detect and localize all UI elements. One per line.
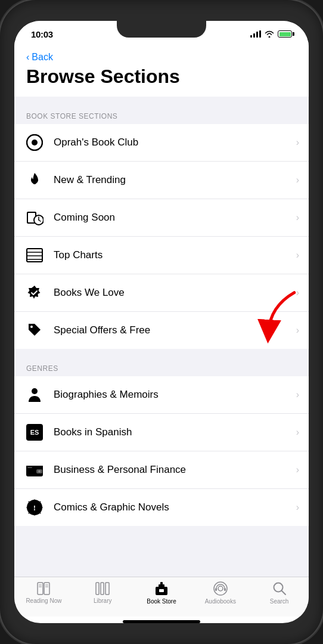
svg-point-34 [218,586,223,591]
page-title: Browse Sections [26,66,297,87]
comics-chevron-icon: › [296,502,299,513]
oprahs-chevron-icon: › [296,137,299,148]
tab-search[interactable]: Search [250,581,309,605]
reading-now-label: Reading Now [26,597,61,604]
new-trending-label: New & Trending [54,174,296,186]
list-item-coming-soon[interactable]: Coming Soon › [14,199,309,237]
genres-section: GENRES Biographies & Memoirs › [14,361,309,526]
tab-audiobooks[interactable]: Audiobooks [191,581,250,605]
svg-point-11 [30,326,33,328]
list-item-top-charts[interactable]: Top Charts › [14,237,309,274]
genres-list: Biographies & Memoirs › ES Books in Span… [14,376,309,526]
books-we-love-chevron-icon: › [296,287,299,298]
book-store-label: Book Store [147,598,176,605]
main-content: ‹ Back Browse Sections BOOK STORE SECTIO… [14,47,309,577]
svg-text:!: ! [33,503,36,512]
wallet-icon [24,459,45,481]
special-offers-label: Special Offers & Free [54,324,296,336]
reading-now-tab-icon [35,581,52,596]
search-label: Search [270,598,289,605]
list-item-comics[interactable]: ! Comics & Graphic Novels › [14,489,309,526]
biographies-label: Biographies & Memoirs [54,389,296,401]
list-item-books-spanish[interactable]: ES Books in Spanish › [14,414,309,451]
svg-rect-28 [105,583,109,595]
coming-soon-icon [24,207,45,228]
new-trending-chevron-icon: › [296,175,299,185]
audiobooks-label: Audiobooks [205,598,236,605]
svg-point-1 [32,140,38,145]
svg-rect-26 [96,583,99,595]
search-tab-icon [272,581,287,596]
svg-rect-36 [224,588,226,591]
audiobooks-tab-icon [213,581,228,596]
status-icons [250,30,292,38]
top-charts-icon [24,244,45,266]
screen: 10:03 [14,21,309,623]
list-item-business-finance[interactable]: Business & Personal Finance › [14,451,309,489]
tab-bar: Reading Now Library [14,577,309,617]
flame-icon [24,169,45,191]
list-item-special-offers[interactable]: Special Offers & Free › [14,312,309,349]
badge-check-icon [24,282,45,304]
svg-point-16 [38,470,41,473]
section-header-bookstore: BOOK STORE SECTIONS [14,109,309,124]
oprah-icon [24,132,45,153]
battery-icon [278,30,292,38]
back-chevron-icon: ‹ [26,52,29,63]
svg-rect-17 [27,467,32,468]
svg-rect-27 [101,583,104,595]
library-label: Library [94,597,112,604]
business-finance-chevron-icon: › [296,465,299,475]
header-section: ‹ Back Browse Sections [14,47,309,97]
special-offers-chevron-icon: › [296,325,299,336]
comics-icon: ! [24,497,45,518]
book-store-tab-icon [154,581,169,596]
phone-frame: 10:03 [0,0,323,644]
tab-book-store[interactable]: Book Store [132,581,191,605]
person-silhouette-icon [24,384,45,405]
tag-icon [24,320,45,341]
list-item-oprahs-book-club[interactable]: Oprah's Book Club › [14,124,309,162]
books-spanish-label: Books in Spanish [54,426,296,438]
top-charts-label: Top Charts [54,249,296,261]
svg-line-38 [282,591,285,595]
es-badge-icon: ES [24,422,45,443]
book-store-sections: BOOK STORE SECTIONS Oprah's Book Club › [14,109,309,349]
notch [117,21,206,38]
home-indicator [123,620,200,623]
svg-point-37 [274,583,282,592]
oprahs-book-club-label: Oprah's Book Club [54,137,296,148]
wifi-icon [265,30,274,38]
list-item-books-we-love[interactable]: Books We Love › [14,274,309,312]
business-finance-label: Business & Personal Finance [54,464,296,476]
back-button[interactable]: ‹ Back [26,52,297,63]
svg-rect-21 [44,583,49,595]
tab-reading-now[interactable]: Reading Now [14,581,73,604]
top-charts-chevron-icon: › [296,250,299,261]
books-spanish-chevron-icon: › [296,427,299,438]
svg-point-12 [32,388,38,394]
section-header-genres: GENRES [14,361,309,376]
list-item-biographies[interactable]: Biographies & Memoirs › [14,376,309,414]
signal-icon [250,30,261,38]
comics-label: Comics & Graphic Novels [54,501,296,513]
library-tab-icon [94,581,111,596]
status-bar: 10:03 [14,21,309,47]
svg-rect-35 [215,588,217,591]
books-we-love-label: Books We Love [54,287,296,299]
list-item-new-trending[interactable]: New & Trending › [14,162,309,199]
svg-rect-20 [38,583,43,595]
status-time: 10:03 [31,29,53,39]
svg-rect-31 [160,582,163,586]
tab-library[interactable]: Library [73,581,132,604]
coming-soon-chevron-icon: › [296,212,299,223]
back-label: Back [32,52,53,63]
biographies-chevron-icon: › [296,389,299,400]
bookstore-list: Oprah's Book Club › New & Trending › [14,124,309,349]
coming-soon-label: Coming Soon [54,212,296,224]
